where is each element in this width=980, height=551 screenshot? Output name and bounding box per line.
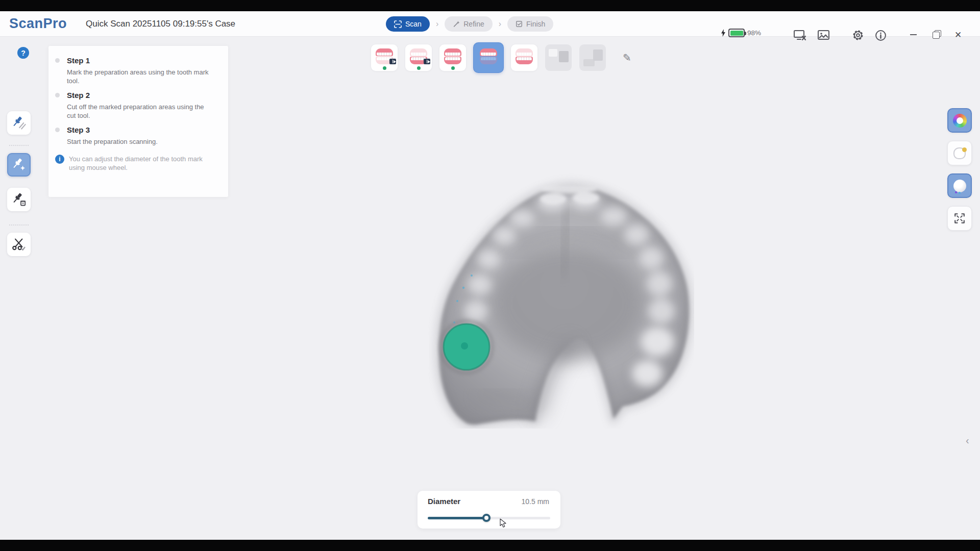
gear-icon bbox=[852, 29, 864, 41]
sphere-3d-icon bbox=[953, 180, 966, 192]
cut-tool-button[interactable] bbox=[7, 233, 31, 256]
minimize-button[interactable] bbox=[905, 27, 921, 43]
info-icon bbox=[875, 30, 887, 41]
step-item-3: Step 3 Start the preparation scanning. bbox=[67, 126, 218, 146]
image-icon bbox=[817, 30, 830, 41]
workflow-separator-2: › bbox=[499, 16, 501, 32]
mouse-cursor-icon bbox=[499, 518, 507, 528]
step-desc: Mark the preparation areas using the too… bbox=[67, 68, 213, 85]
collapse-panel-button[interactable]: ‹ bbox=[966, 435, 969, 446]
note-text: You can adjust the diameter of the tooth… bbox=[69, 155, 210, 172]
chevron-left-icon: ‹ bbox=[966, 435, 969, 446]
titlebar: ScanPro Quick Scan 20251105 09:19:55's C… bbox=[0, 11, 980, 37]
teeth-arches-icon bbox=[480, 48, 497, 64]
placeholder-shape bbox=[549, 49, 557, 57]
minimize-icon bbox=[910, 34, 917, 35]
thumb-lower-jaw-preparation[interactable] bbox=[511, 44, 537, 71]
jaw-model bbox=[439, 184, 690, 424]
scissors-check-icon bbox=[11, 237, 27, 252]
thumb-upper-jaw-preparation[interactable] bbox=[474, 43, 503, 72]
thumb-extra-view-1[interactable] bbox=[545, 44, 572, 71]
rename-stage-button[interactable]: ✎ bbox=[623, 52, 631, 64]
step-title: Step 3 bbox=[67, 126, 218, 134]
case-title: Quick Scan 20251105 09:19:55's Case bbox=[86, 19, 235, 29]
screenshot-button[interactable] bbox=[816, 28, 831, 42]
thumb-upper-jaw-marked[interactable] bbox=[371, 44, 398, 71]
placeholder-shape bbox=[593, 49, 603, 61]
diameter-slider[interactable] bbox=[428, 513, 550, 522]
workflow-refine-button[interactable]: Refine bbox=[445, 16, 492, 32]
battery-indicator: 98% bbox=[721, 29, 761, 37]
close-button[interactable]: ✕ bbox=[950, 27, 966, 43]
scanner-disconnect-icon bbox=[793, 29, 806, 41]
diameter-value: 10.5 mm bbox=[522, 497, 549, 506]
refine-icon bbox=[453, 20, 460, 28]
pencil-icon: ✎ bbox=[623, 52, 631, 63]
mark-visibility-button[interactable] bbox=[947, 141, 972, 165]
add-mark-tool-button[interactable] bbox=[7, 153, 31, 177]
color-wheel-icon bbox=[953, 114, 967, 128]
delete-mark-tool-button[interactable] bbox=[7, 188, 31, 211]
scan-icon bbox=[394, 20, 402, 28]
3d-jaw-model-viewport[interactable] bbox=[429, 173, 694, 429]
fit-screen-icon bbox=[954, 213, 965, 224]
model-display-mode-button[interactable] bbox=[947, 173, 972, 198]
step-item-2: Step 2 Cut off the marked preparation ar… bbox=[67, 91, 218, 120]
battery-percent: 98% bbox=[747, 29, 761, 37]
info-circle-icon: i bbox=[55, 155, 64, 164]
workflow-scan-button[interactable]: Scan bbox=[386, 16, 430, 32]
teeth-arches-icon bbox=[516, 48, 533, 64]
workflow-refine-label: Refine bbox=[463, 20, 484, 28]
app-window: ScanPro Quick Scan 20251105 09:19:55's C… bbox=[0, 0, 980, 551]
about-button[interactable] bbox=[873, 28, 888, 42]
tooth-marker-icon bbox=[953, 147, 966, 159]
bottom-letterbox bbox=[0, 540, 980, 551]
mark-edit-tool-button[interactable] bbox=[7, 111, 31, 135]
help-icon: ? bbox=[21, 49, 26, 57]
workflow-finish-button[interactable]: Finish bbox=[507, 16, 553, 32]
texture-color-toggle-button[interactable] bbox=[947, 108, 972, 133]
thumb-lower-jaw-marked[interactable] bbox=[405, 44, 432, 71]
step-desc: Cut off the marked preparation areas usi… bbox=[67, 103, 213, 120]
placeholder-shape bbox=[559, 51, 569, 62]
top-letterbox bbox=[0, 0, 980, 11]
status-dot bbox=[383, 66, 386, 70]
teeth-arches-icon bbox=[444, 48, 461, 64]
help-button[interactable]: ? bbox=[17, 47, 29, 59]
toolbar-divider-1 bbox=[9, 145, 29, 146]
workflow-finish-label: Finish bbox=[526, 20, 545, 28]
tooth-mark-circle[interactable] bbox=[440, 321, 493, 373]
pin-delete-icon bbox=[11, 192, 27, 207]
diameter-label: Diameter bbox=[428, 497, 460, 506]
close-icon: ✕ bbox=[954, 30, 962, 40]
status-dot bbox=[417, 66, 421, 70]
settings-button[interactable] bbox=[850, 28, 866, 42]
flag-badge-icon bbox=[389, 59, 396, 64]
workflow-separator-1: › bbox=[436, 16, 438, 32]
diameter-panel: Diameter 10.5 mm bbox=[418, 491, 560, 529]
scanner-disconnect-button[interactable] bbox=[792, 28, 807, 42]
step-title: Step 2 bbox=[67, 91, 218, 99]
workflow-stepper: Scan › Refine › Finish bbox=[386, 16, 553, 32]
pin-add-icon bbox=[11, 157, 27, 172]
app-logo: ScanPro bbox=[9, 16, 67, 32]
thumb-occlusion-scan[interactable] bbox=[439, 44, 466, 71]
flag-badge-icon bbox=[424, 59, 430, 64]
slider-fill bbox=[428, 517, 486, 519]
restore-icon bbox=[933, 32, 939, 38]
charging-bolt-icon bbox=[721, 29, 726, 37]
step-title: Step 1 bbox=[67, 56, 218, 65]
scan-stage-thumbnails: ✎ bbox=[371, 43, 631, 72]
fit-view-button[interactable] bbox=[947, 206, 972, 231]
battery-fill bbox=[730, 31, 743, 36]
step-desc: Start the preparation scanning. bbox=[67, 137, 213, 146]
note-item: i You can adjust the diameter of the too… bbox=[55, 155, 218, 172]
pin-edit-icon bbox=[11, 115, 27, 131]
thumb-extra-view-2[interactable] bbox=[579, 44, 606, 71]
slider-handle[interactable] bbox=[482, 514, 491, 522]
status-dot bbox=[451, 66, 455, 70]
restore-button[interactable] bbox=[928, 27, 943, 43]
workflow-scan-label: Scan bbox=[405, 20, 422, 28]
toolbar-divider-2 bbox=[9, 224, 29, 226]
battery-icon bbox=[728, 29, 745, 37]
